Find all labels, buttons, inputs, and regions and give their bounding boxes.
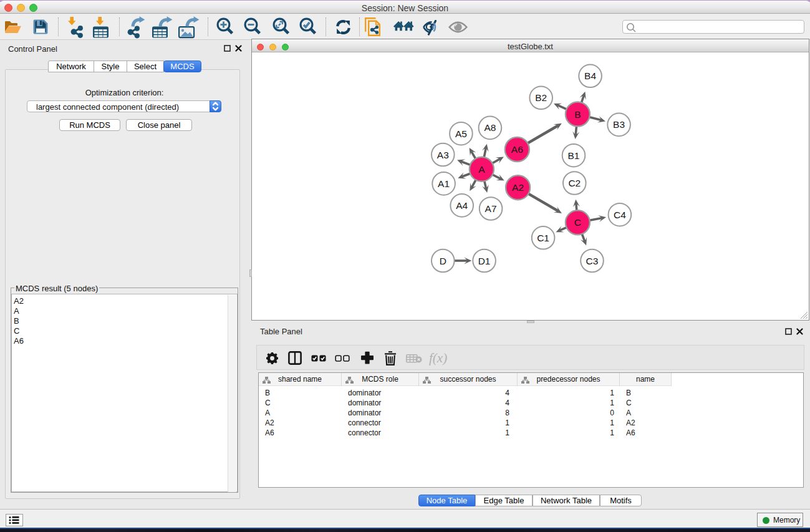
svg-text:A4: A4 <box>456 200 468 211</box>
svg-text:A2: A2 <box>512 182 524 193</box>
svg-text:D: D <box>440 256 446 266</box>
svg-text:A: A <box>478 164 485 175</box>
svg-text:A3: A3 <box>437 150 449 160</box>
svg-text:B4: B4 <box>584 70 596 81</box>
svg-text:D1: D1 <box>478 256 491 266</box>
svg-text:A1: A1 <box>438 178 450 189</box>
svg-text:A5: A5 <box>455 128 467 139</box>
svg-text:A7: A7 <box>485 203 497 214</box>
svg-text:C4: C4 <box>614 210 626 220</box>
svg-text:B1: B1 <box>568 150 580 161</box>
svg-text:C3: C3 <box>586 256 599 266</box>
svg-text:C: C <box>574 217 581 228</box>
svg-text:C2: C2 <box>568 178 581 188</box>
svg-text:B: B <box>574 109 581 120</box>
svg-text:A8: A8 <box>484 122 496 133</box>
svg-text:C1: C1 <box>537 233 549 243</box>
svg-text:A6: A6 <box>511 144 523 155</box>
svg-text:B3: B3 <box>613 119 625 130</box>
svg-text:B2: B2 <box>535 92 547 103</box>
